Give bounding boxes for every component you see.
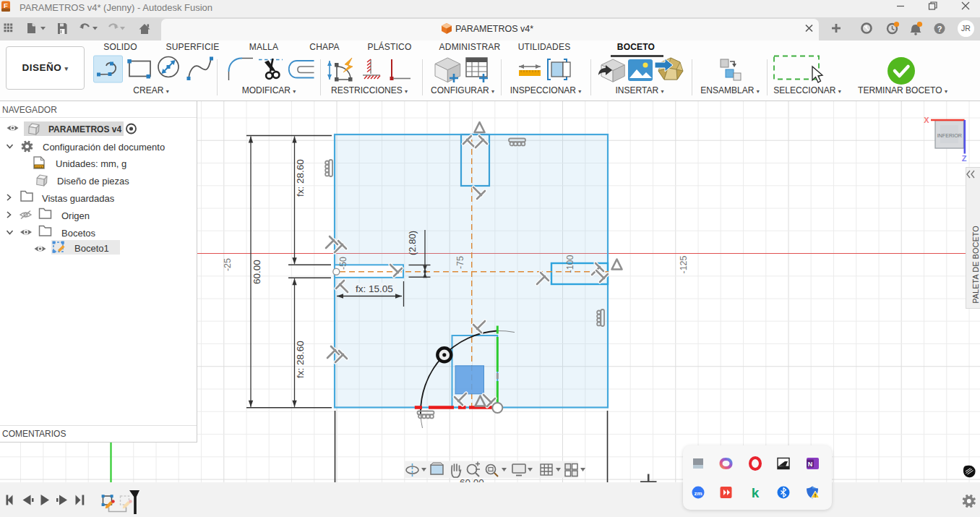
svg-text:?: ?: [937, 25, 942, 33]
svg-text:-50: -50: [338, 257, 348, 270]
svg-text:zm: zm: [694, 490, 702, 497]
svg-text:N: N: [808, 461, 813, 468]
svg-text:-75: -75: [455, 256, 465, 269]
svg-text:INFERIOR: INFERIOR: [937, 132, 962, 139]
svg-text:60.00: 60.00: [460, 477, 484, 482]
svg-text:fx: 15.05: fx: 15.05: [356, 283, 393, 294]
svg-text:F: F: [4, 1, 8, 9]
svg-text:fx: 28.60: fx: 28.60: [295, 159, 306, 197]
svg-text:X: X: [924, 116, 929, 124]
svg-text:PARAMETROS v4*: PARAMETROS v4*: [455, 24, 533, 34]
svg-text:-100: -100: [565, 255, 575, 273]
svg-text:fx: 28.60: fx: 28.60: [295, 341, 306, 378]
svg-text:Z: Z: [962, 154, 967, 163]
svg-text:k: k: [752, 485, 760, 500]
svg-text:!: !: [814, 493, 816, 498]
svg-text:-25: -25: [223, 258, 233, 271]
svg-text:60.00: 60.00: [252, 260, 262, 284]
svg-text:-125: -125: [679, 255, 689, 273]
svg-text:(2.80): (2.80): [407, 231, 418, 255]
svg-text:JR: JR: [961, 24, 971, 33]
svg-text:PARAMETROS v4* (Jenny) - Autod: PARAMETROS v4* (Jenny) - Autodesk Fusion: [20, 2, 212, 13]
